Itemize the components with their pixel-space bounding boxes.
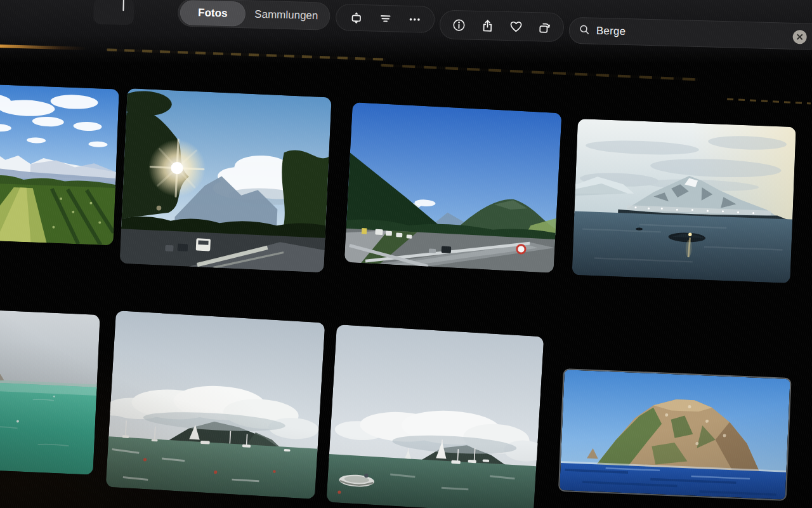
photos-app-screen: Fotos Sammlungen: [0, 0, 812, 508]
photo-thumbnail[interactable]: [106, 311, 325, 499]
search-icon: [579, 23, 591, 38]
view-controls-pill: [336, 4, 435, 33]
reflection-streak: [381, 64, 698, 81]
photo-thumbnail[interactable]: [558, 368, 792, 501]
partial-toolbar-button[interactable]: [93, 0, 134, 25]
photo-thumbnail[interactable]: [344, 102, 562, 273]
info-icon[interactable]: [449, 15, 469, 35]
more-icon[interactable]: [405, 10, 424, 29]
reflection-streak: [727, 98, 811, 105]
photo-thumbnail[interactable]: [572, 119, 796, 283]
photo-thumbnail[interactable]: [0, 309, 100, 475]
photo-thumbnail[interactable]: [326, 324, 544, 508]
actions-pill: [439, 10, 564, 42]
favorite-icon[interactable]: [506, 17, 526, 36]
rotate-icon[interactable]: [535, 17, 554, 37]
search-query-text: Berge: [596, 25, 626, 38]
partial-glyph: [122, 0, 124, 11]
photo-thumbnail[interactable]: [119, 88, 331, 272]
search-field[interactable]: Berge: [568, 17, 812, 50]
tab-fotos[interactable]: Fotos: [180, 1, 246, 27]
filter-icon[interactable]: [376, 9, 395, 29]
clear-icon[interactable]: [792, 30, 807, 44]
tab-sammlungen[interactable]: Sammlungen: [245, 2, 328, 28]
photo-thumbnail[interactable]: [0, 83, 119, 245]
zoom-grid-icon[interactable]: [346, 8, 366, 27]
share-icon[interactable]: [478, 16, 497, 36]
view-tabs: Fotos Sammlungen: [178, 0, 331, 30]
